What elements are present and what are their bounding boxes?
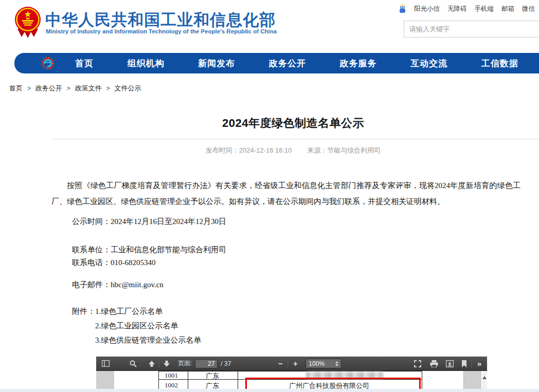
- zoom-in-button[interactable]: +: [289, 358, 301, 369]
- page-total: / 37: [221, 360, 231, 367]
- page-number-input[interactable]: 27: [195, 359, 218, 368]
- nav-item-data[interactable]: 工信数据: [481, 58, 518, 69]
- nav-item-interaction[interactable]: 互动交流: [410, 58, 447, 69]
- table-row-number: 1002: [165, 381, 178, 389]
- breadcrumb-gov-disclosure[interactable]: 政务公开: [35, 84, 62, 92]
- pdf-viewer: 页面: 27 / 37 − + 100%: [96, 357, 487, 392]
- search-input[interactable]: [404, 21, 539, 37]
- util-link-accessibility[interactable]: 无障碍: [447, 5, 467, 13]
- toolbar-separator: [288, 360, 288, 368]
- sunshine-mascot-icon: [399, 4, 406, 13]
- nav-item-gov-disclosure[interactable]: 政务公开: [269, 58, 306, 69]
- scroll-up-icon[interactable]: [482, 376, 487, 379]
- attachments-label: 附件：: [72, 304, 95, 347]
- breadcrumb-separator: >: [27, 84, 31, 92]
- pdf-toolbar: 页面: 27 / 37 − + 100%: [96, 357, 487, 371]
- contact-email: 电子邮件：hbc@miit.gov.cn: [72, 280, 164, 290]
- zoom-select[interactable]: 100%: [306, 359, 342, 368]
- download-button[interactable]: [443, 358, 456, 369]
- table-row-province: 广东: [206, 371, 219, 381]
- page-up-button[interactable]: [146, 358, 158, 369]
- util-link-mobile[interactable]: 手机端: [475, 5, 494, 13]
- nav-item-home[interactable]: 首页: [75, 58, 94, 69]
- page-label: 页面:: [178, 359, 192, 368]
- toolbar-separator: [471, 360, 472, 368]
- meta-divider: [53, 139, 539, 139]
- contact-phone: 联系电话：010-68205340: [72, 258, 156, 268]
- page-down-button[interactable]: [160, 358, 173, 369]
- breadcrumb-policy-docs[interactable]: 政策文件: [75, 84, 102, 92]
- publicity-period: 公示时间：2024年12月16日至2024年12月30日: [72, 217, 226, 227]
- zoom-out-button[interactable]: −: [274, 358, 286, 369]
- table-row-number: 1001: [165, 371, 178, 380]
- search-document-button[interactable]: [127, 358, 139, 369]
- miit-gear-logo-icon: [41, 57, 55, 70]
- presentation-mode-button[interactable]: [411, 358, 424, 369]
- source: 来源：节能与综合利用司: [307, 146, 381, 154]
- article-paragraph: 按照《绿色工厂梯度培育及管理暂行办法》有关要求，经省级工业和信息化主管部门推荐及…: [51, 178, 520, 210]
- site-title: 中华人民共和国工业和信息化部: [45, 9, 276, 31]
- util-link-sunshine[interactable]: 阳光小信: [414, 5, 440, 13]
- attachment-green-park[interactable]: 2.绿色工业园区公示名单: [95, 319, 201, 333]
- sidebar-toggle-button[interactable]: [99, 358, 112, 369]
- attachment-green-factory[interactable]: 1.绿色工厂公示名单: [95, 304, 201, 319]
- util-link-wechat[interactable]: 微信: [522, 5, 535, 13]
- site-subtitle: Ministry of Industry and Information Tec…: [46, 28, 277, 34]
- breadcrumb-home[interactable]: 首页: [9, 84, 23, 92]
- contact-unit: 联系单位：工业和信息化部节能与综合利用司: [72, 245, 226, 255]
- breadcrumb-separator: >: [66, 84, 70, 92]
- utility-links: 阳光小信 无障碍 手机端 邮箱 微信 微博: [399, 4, 539, 13]
- page: 中华人民共和国工业和信息化部 Ministry of Industry and …: [0, 0, 539, 392]
- breadcrumb-doc-publicity[interactable]: 文件公示: [115, 84, 141, 92]
- search-box: [404, 21, 539, 38]
- article-body: 按照《绿色工厂梯度培育及管理暂行办法》有关要求，经省级工业和信息化主管部门推荐及…: [51, 178, 520, 210]
- nav-item-organization[interactable]: 组织机构: [128, 58, 165, 69]
- toolbar-separator: [159, 360, 159, 368]
- print-button[interactable]: [428, 358, 440, 369]
- breadcrumb-separator: >: [106, 84, 110, 92]
- page-title: 2024年度绿色制造名单公示: [0, 116, 539, 131]
- util-link-mail[interactable]: 邮箱: [501, 5, 514, 13]
- breadcrumb: 首页 > 政务公开 > 政策文件 > 文件公示: [9, 84, 141, 93]
- zoom-level: 100%: [309, 360, 325, 367]
- attachments: 附件： 1.绿色工厂公示名单 2.绿色工业园区公示名单 3.绿色供应链管理企业公…: [72, 304, 201, 347]
- main-nav: 首页 组织机构 新闻发布 政务公开 政务服务 互动交流 工信数据: [14, 53, 539, 73]
- nav-item-news[interactable]: 新闻发布: [198, 58, 235, 69]
- bookmark-button[interactable]: [458, 358, 470, 369]
- zoom-select-arrows-icon: [335, 361, 338, 366]
- bottom-edge: [0, 389, 539, 392]
- attachment-green-supply-chain[interactable]: 3.绿色供应链管理企业公示名单: [95, 333, 201, 347]
- publish-time: 发布时间：2024-12-16 16:10: [206, 146, 292, 154]
- article-meta: 发布时间：2024-12-16 16:10 来源：节能与综合利用司: [0, 146, 539, 155]
- nav-item-gov-service[interactable]: 政务服务: [340, 58, 377, 69]
- more-tools-button[interactable]: »: [473, 358, 485, 369]
- national-emblem-logo: [14, 6, 41, 38]
- nav-items: 首页 组织机构 新闻发布 政务公开 政务服务 互动交流 工信数据: [55, 58, 539, 69]
